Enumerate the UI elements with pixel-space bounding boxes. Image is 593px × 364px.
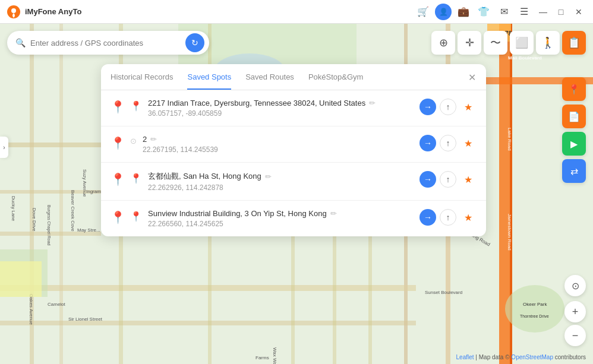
navigate-button-4[interactable]: →: [419, 209, 436, 226]
svg-text:Mall Boulevard: Mall Boulevard: [508, 55, 542, 61]
list-item: 📍 ⊙ 2 ✏ 22.267195, 114.245539 → ↑ ★: [101, 126, 486, 163]
item-content-2: 2 ✏ 22.267195, 114.245539: [143, 135, 415, 154]
side-orange-button[interactable]: 📍: [562, 77, 586, 101]
tab-saved-routes[interactable]: Saved Routes: [245, 72, 294, 90]
close-button[interactable]: ✕: [572, 5, 586, 19]
upload-button-4[interactable]: ↑: [440, 209, 456, 226]
item-edit-icon-3[interactable]: ✏: [265, 172, 272, 181]
navigate-button-2[interactable]: →: [419, 135, 436, 151]
svg-text:Sunset Boulevard: Sunset Boulevard: [425, 290, 462, 295]
leaflet-credit[interactable]: Leaflet: [456, 354, 474, 360]
route-button[interactable]: 〜: [484, 31, 507, 55]
navigate-button-3[interactable]: →: [419, 171, 436, 188]
saved-spots-panel: Historical Records Saved Spots Saved Rou…: [101, 64, 486, 236]
upload-button-2[interactable]: ↑: [440, 135, 456, 151]
side-green-button[interactable]: ▶: [562, 132, 586, 156]
upload-button-1[interactable]: ↑: [440, 99, 456, 115]
svg-text:May Stre...: May Stre...: [77, 227, 100, 233]
item-edit-icon-1[interactable]: ✏: [369, 99, 376, 107]
person-button[interactable]: 🚶: [536, 31, 560, 55]
list-item: 📍 📍 Sunview Industrial Building, 3 On Yi…: [101, 201, 486, 236]
zoom-in-button[interactable]: +: [564, 301, 586, 322]
mail-icon[interactable]: ✉: [496, 4, 512, 20]
item-coords-1: 36.057157, -89.405859: [148, 109, 415, 118]
svg-text:Beaver Creek Cove: Beaver Creek Cove: [70, 190, 75, 232]
square-route-button[interactable]: ⬜: [510, 31, 534, 55]
svg-text:Dove Drive: Dove Drive: [31, 208, 37, 232]
item-coords-3: 22.262926, 114.242878: [148, 183, 415, 192]
svg-text:Ducky Lane: Ducky Lane: [11, 196, 16, 221]
item-content-4: Sunview Industrial Building, 3 On Yip St…: [148, 209, 415, 228]
svg-text:Ingram: Ingram: [86, 189, 101, 194]
item-edit-icon-4[interactable]: ✏: [330, 209, 337, 218]
user-avatar-icon[interactable]: 👤: [435, 4, 452, 20]
location-icon-1: 📍: [130, 100, 142, 112]
panel-header: Historical Records Saved Spots Saved Rou…: [101, 64, 486, 90]
briefcase-icon[interactable]: 💼: [455, 4, 472, 20]
svg-text:Lake Road: Lake Road: [507, 128, 512, 151]
pin-icon-1: 📍: [111, 100, 125, 114]
left-edge-button[interactable]: ›: [0, 137, 8, 158]
svg-rect-48: [0, 261, 42, 297]
bottom-right-controls: ⊙ + −: [564, 275, 586, 346]
maximize-button[interactable]: □: [554, 5, 568, 19]
svg-text:Sir Lionel Street: Sir Lionel Street: [68, 316, 103, 322]
svg-point-1: [11, 8, 16, 13]
tab-historical[interactable]: Historical Records: [111, 72, 173, 90]
menu-icon[interactable]: ☰: [516, 4, 532, 20]
item-name-3: 玄都仙觀, San Ha St, Hong Kong: [148, 171, 261, 182]
svg-text:Thorntree Drive: Thorntree Drive: [520, 314, 549, 318]
pin-icon-4: 📍: [111, 210, 125, 224]
screenshot-button[interactable]: 📋: [562, 31, 586, 55]
side-toggle-button[interactable]: ⇄: [562, 159, 586, 183]
refresh-button[interactable]: ↻: [185, 33, 204, 52]
tab-pokestop[interactable]: PokéStop&Gym: [308, 72, 364, 90]
svg-text:Wax Way Drive: Wax Way Drive: [272, 347, 277, 364]
item-name-1: 2217 Indian Trace, Dyersburg, Tennessee …: [148, 99, 365, 107]
top-right-toolbar: ⊕ ✛ 〜 ⬜ 🚶 📋: [431, 31, 586, 55]
search-icon: 🔍: [15, 38, 26, 48]
item-coords-4: 22.266560, 114.245625: [148, 220, 415, 228]
shirt-icon[interactable]: 👕: [475, 4, 492, 20]
osm-credit[interactable]: OpenStreetMap: [511, 354, 553, 360]
svg-text:Farms: Farms: [256, 355, 269, 360]
star-button-4[interactable]: ★: [460, 209, 477, 226]
compass-button[interactable]: ⊙: [564, 275, 586, 296]
star-button-3[interactable]: ★: [460, 171, 477, 188]
star-button-1[interactable]: ★: [460, 99, 477, 115]
pin-icon-2: 📍: [111, 136, 125, 150]
upload-button-3[interactable]: ↑: [440, 171, 456, 188]
location-icon-2: ⊙: [130, 137, 137, 145]
minimize-button[interactable]: —: [536, 5, 550, 19]
svg-rect-14: [59, 24, 63, 364]
crosshair-button[interactable]: ⊕: [431, 31, 455, 55]
item-actions-4: → ↑ ★: [419, 209, 477, 226]
item-edit-icon-2[interactable]: ✏: [150, 135, 157, 144]
tab-saved-spots[interactable]: Saved Spots: [187, 72, 231, 90]
app-title: iMyFone AnyTo: [25, 7, 415, 16]
move-button[interactable]: ✛: [458, 31, 481, 55]
item-content-1: 2217 Indian Trace, Dyersburg, Tennessee …: [148, 99, 415, 118]
svg-rect-21: [368, 232, 372, 364]
svg-point-23: [505, 285, 564, 333]
navigate-button-1[interactable]: →: [419, 99, 436, 115]
panel-close-button[interactable]: ✕: [465, 70, 479, 84]
spots-list: 📍 📍 2217 Indian Trace, Dyersburg, Tennes…: [101, 90, 486, 236]
titlebar-actions: 🛒 👤 💼 👕 ✉ ☰ — □ ✕: [415, 4, 586, 20]
list-item: 📍 📍 2217 Indian Trace, Dyersburg, Tennes…: [101, 90, 486, 126]
map-attribution: Leaflet | Map data © OpenStreetMap contr…: [456, 354, 586, 360]
search-input[interactable]: [30, 39, 185, 48]
zoom-out-button[interactable]: −: [564, 325, 586, 346]
side-orange2-button[interactable]: 📄: [562, 105, 586, 128]
cart-icon[interactable]: 🛒: [415, 4, 431, 20]
svg-text:Oakes Avenue: Oakes Avenue: [29, 294, 34, 325]
svg-text:Jamestown Road: Jamestown Road: [507, 214, 512, 251]
location-icon-3: 📍: [130, 173, 142, 184]
pin-icon-3: 📍: [111, 172, 125, 186]
attribution-suffix: contributors: [555, 354, 586, 360]
svg-text:Burgess Chapel Road: Burgess Chapel Road: [46, 205, 51, 246]
star-button-2[interactable]: ★: [460, 135, 477, 151]
search-bar: 🔍 ↻: [7, 31, 209, 55]
item-name-4: Sunview Industrial Building, 3 On Yip St…: [148, 209, 327, 218]
item-name-2: 2: [143, 135, 147, 144]
